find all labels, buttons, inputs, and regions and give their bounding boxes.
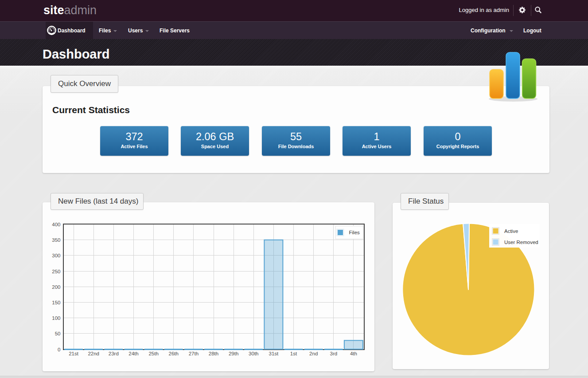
svg-text:25th: 25th	[148, 351, 158, 356]
svg-text:0: 0	[58, 347, 60, 352]
svg-text:28th: 28th	[209, 351, 218, 356]
svg-text:200: 200	[52, 284, 60, 290]
svg-text:250: 250	[52, 269, 60, 274]
svg-text:Active: Active	[504, 228, 518, 234]
svg-text:Files: Files	[349, 230, 360, 235]
svg-text:27th: 27th	[189, 351, 199, 356]
svg-text:300: 300	[52, 253, 60, 258]
svg-text:1st: 1st	[290, 351, 297, 356]
svg-text:3rd: 3rd	[330, 351, 337, 356]
svg-text:350: 350	[52, 237, 60, 243]
svg-text:22nd: 22nd	[88, 351, 99, 356]
svg-text:30th: 30th	[249, 351, 258, 356]
svg-text:26th: 26th	[169, 351, 179, 356]
svg-text:31st: 31st	[269, 351, 279, 356]
svg-text:29th: 29th	[229, 351, 238, 356]
svg-text:50: 50	[55, 331, 61, 336]
svg-text:4th: 4th	[350, 351, 357, 356]
svg-text:150: 150	[52, 300, 60, 305]
svg-text:400: 400	[52, 222, 60, 227]
svg-text:24th: 24th	[129, 351, 138, 356]
svg-text:21st: 21st	[69, 351, 79, 356]
svg-text:100: 100	[52, 315, 60, 321]
svg-text:23rd: 23rd	[109, 351, 119, 356]
svg-text:User Removed: User Removed	[504, 240, 538, 245]
svg-text:2nd: 2nd	[309, 351, 318, 356]
